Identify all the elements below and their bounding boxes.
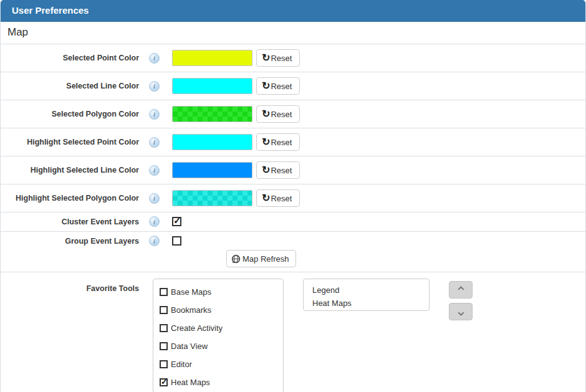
reset-button[interactable]: ↻Reset bbox=[256, 77, 300, 95]
selected-favorite-item[interactable]: Legend bbox=[312, 284, 420, 297]
reset-button[interactable]: ↻Reset bbox=[256, 105, 300, 123]
tool-item-heat-maps[interactable]: Heat Maps bbox=[160, 378, 277, 387]
user-preferences-panel: User Preferences Map Selected Point Colo… bbox=[0, 0, 586, 392]
row-label: Highlight Selected Polygon Color bbox=[1, 194, 139, 203]
favorite-tools-row: Favorite Tools Base Maps Bookmarks Creat… bbox=[1, 272, 585, 392]
color-swatch[interactable] bbox=[172, 50, 252, 66]
pref-row-selected-line-color: Selected Line Color i ↻Reset bbox=[1, 72, 585, 100]
pref-row-group-event-layers: Group Event Layers i M bbox=[1, 232, 585, 272]
row-label: Highlight Selected Line Color bbox=[1, 166, 139, 174]
favorite-tools-list: Base Maps Bookmarks Create Activity Data… bbox=[153, 279, 284, 392]
tool-item-editor[interactable]: Editor bbox=[160, 360, 277, 369]
pref-row-highlight-selected-point-color: Highlight Selected Point Color i ↻Reset bbox=[1, 128, 585, 156]
reset-button[interactable]: ↻Reset bbox=[256, 189, 300, 207]
tool-checkbox[interactable] bbox=[160, 378, 168, 386]
selected-favorite-item[interactable]: Heat Maps bbox=[312, 297, 420, 310]
reset-icon: ↻ bbox=[262, 193, 270, 203]
chevron-down-icon bbox=[458, 309, 464, 315]
info-icon[interactable]: i bbox=[149, 81, 160, 92]
reset-icon: ↻ bbox=[262, 165, 270, 175]
user-preferences-page: User Preferences Map Selected Point Colo… bbox=[0, 0, 586, 392]
reset-button[interactable]: ↻Reset bbox=[256, 49, 300, 67]
globe-refresh-icon bbox=[231, 254, 241, 264]
tool-checkbox[interactable] bbox=[160, 324, 168, 332]
info-icon[interactable]: i bbox=[149, 53, 160, 64]
move-down-button[interactable] bbox=[449, 303, 473, 320]
reset-button[interactable]: ↻Reset bbox=[256, 161, 300, 179]
panel-title: User Preferences bbox=[1, 0, 585, 22]
color-swatch[interactable] bbox=[172, 134, 252, 150]
info-icon[interactable]: i bbox=[149, 109, 160, 120]
map-refresh-button[interactable]: Map Refresh bbox=[226, 250, 296, 267]
row-label: Favorite Tools bbox=[1, 279, 139, 293]
reset-icon: ↻ bbox=[262, 53, 270, 63]
row-label: Group Event Layers bbox=[1, 237, 139, 246]
move-up-button[interactable] bbox=[449, 281, 473, 299]
info-icon[interactable]: i bbox=[149, 137, 160, 148]
reset-icon: ↻ bbox=[262, 137, 270, 147]
info-icon[interactable]: i bbox=[149, 236, 160, 246]
row-label: Selected Point Color bbox=[1, 54, 139, 62]
reset-icon: ↻ bbox=[262, 109, 270, 119]
reset-button[interactable]: ↻Reset bbox=[256, 133, 300, 151]
row-label: Highlight Selected Point Color bbox=[1, 138, 139, 146]
row-label: Cluster Event Layers bbox=[1, 218, 139, 226]
color-swatch[interactable] bbox=[172, 106, 252, 122]
selected-favorites-list[interactable]: Legend Heat Maps bbox=[303, 279, 430, 311]
color-swatch[interactable] bbox=[172, 78, 252, 94]
color-swatch[interactable] bbox=[172, 162, 252, 178]
pref-row-highlight-selected-line-color: Highlight Selected Line Color i ↻Reset bbox=[1, 156, 585, 184]
tool-checkbox[interactable] bbox=[160, 306, 168, 314]
info-icon[interactable]: i bbox=[149, 216, 160, 227]
info-icon[interactable]: i bbox=[149, 165, 160, 176]
pref-row-highlight-selected-polygon-color: Highlight Selected Polygon Color i ↻Rese… bbox=[1, 184, 585, 213]
pref-row-selected-polygon-color: Selected Polygon Color i ↻Reset bbox=[1, 100, 585, 128]
row-label: Selected Polygon Color bbox=[1, 110, 139, 118]
pref-row-cluster-event-layers: Cluster Event Layers i bbox=[1, 213, 585, 232]
color-swatch[interactable] bbox=[172, 190, 252, 206]
chevron-up-icon bbox=[458, 286, 464, 292]
row-label: Selected Line Color bbox=[1, 82, 139, 90]
pref-row-selected-point-color: Selected Point Color i ↻Reset bbox=[1, 44, 585, 72]
tool-item-data-view[interactable]: Data View bbox=[160, 342, 277, 351]
tool-checkbox[interactable] bbox=[160, 360, 168, 368]
tool-item-bookmarks[interactable]: Bookmarks bbox=[160, 305, 277, 315]
info-icon[interactable]: i bbox=[149, 193, 160, 204]
cluster-event-layers-checkbox[interactable] bbox=[172, 217, 181, 226]
tool-checkbox[interactable] bbox=[160, 288, 168, 296]
tool-item-create-activity[interactable]: Create Activity bbox=[160, 323, 277, 333]
group-event-layers-checkbox[interactable] bbox=[172, 236, 181, 246]
section-title-map: Map bbox=[1, 22, 585, 44]
tool-checkbox[interactable] bbox=[160, 342, 168, 350]
tool-item-base-maps[interactable]: Base Maps bbox=[160, 287, 277, 297]
reset-icon: ↻ bbox=[262, 81, 270, 91]
reorder-buttons bbox=[449, 279, 473, 320]
